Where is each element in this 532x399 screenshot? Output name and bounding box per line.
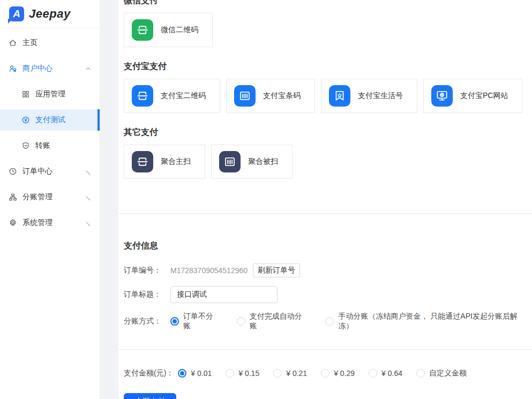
sidebar: A Jeepay 主页 商户中心 应用管理 支付测试 转账 订单中心 分账管理 …: [0, 0, 100, 399]
radio-label: ¥ 0.01: [191, 369, 212, 378]
amount-option-4[interactable]: ¥ 0.64: [369, 369, 402, 378]
home-icon: [9, 39, 17, 47]
merchant-center-icon: [9, 64, 17, 73]
radio-label: ¥ 0.15: [238, 369, 259, 378]
sitemap-icon: [9, 193, 17, 201]
section-divider: [118, 213, 532, 214]
qr-scan-icon: [132, 151, 153, 172]
pc-site-icon: [431, 85, 453, 107]
method-alipay-lifeno[interactable]: 支付宝生活号: [321, 79, 417, 113]
radio-icon: [416, 369, 425, 378]
method-label: 支付宝二维码: [161, 91, 206, 101]
barcode-icon: [219, 151, 241, 172]
chevron-up-icon: [85, 66, 91, 72]
order-number-value: M17283709054512960: [170, 266, 248, 275]
other-pay-section: 其它支付 聚合主扫 聚合被扫: [124, 126, 532, 179]
barcode-icon: [234, 85, 256, 107]
radio-icon: [273, 369, 282, 378]
order-title-row: 订单标题：: [124, 286, 532, 303]
amount-option-3[interactable]: ¥ 0.29: [321, 369, 355, 378]
method-wechat-qrcode[interactable]: 微信二维码: [124, 13, 213, 47]
bookmark-star-icon: [329, 85, 350, 107]
method-alipay-qrcode[interactable]: 支付宝二维码: [124, 79, 220, 113]
amount-option-0[interactable]: ¥ 0.01: [178, 369, 212, 378]
radio-label: ¥ 0.29: [334, 369, 355, 378]
sidebar-item-home[interactable]: 主页: [0, 32, 100, 54]
division-mode-options: 订单不分账 支付完成自动分账 手动分账（冻结商户资金， 只能通过API发起分账后…: [170, 312, 532, 331]
order-number-label: 订单编号：: [124, 266, 170, 275]
sidebar-item-label: 支付测试: [35, 115, 65, 125]
wechat-section-title: 微信支付: [124, 0, 532, 6]
radio-label: ¥ 0.21: [286, 369, 307, 378]
radio-label: 自定义金额: [429, 368, 467, 378]
sidebar-item-order-center[interactable]: 订单中心: [0, 161, 100, 182]
pay-now-button[interactable]: 立即支付: [124, 393, 176, 399]
method-alipay-barcode[interactable]: 支付宝条码: [226, 79, 315, 113]
shield-icon: [21, 141, 30, 150]
brand-logo[interactable]: A Jeepay: [0, 0, 100, 28]
division-mode-option-1[interactable]: 支付完成自动分账: [237, 312, 310, 331]
radio-icon: [369, 369, 377, 378]
order-title-label: 订单标题：: [124, 290, 170, 299]
order-title-input[interactable]: [170, 286, 278, 303]
sidebar-item-pay-test[interactable]: 支付测试: [0, 109, 100, 131]
radio-icon: [170, 317, 179, 326]
qr-scan-icon: [132, 85, 153, 107]
amount-options: ¥ 0.01 ¥ 0.15 ¥ 0.21 ¥ 0.29 ¥ 0.64 自定义金额: [178, 368, 467, 378]
amount-option-2[interactable]: ¥ 0.21: [273, 369, 307, 378]
radio-icon: [178, 369, 186, 378]
alipay-methods-row: 支付宝二维码 支付宝条码 支付宝生活号 支付宝PC网站: [124, 79, 532, 113]
section-divider: [118, 349, 532, 350]
amount-option-1[interactable]: ¥ 0.15: [226, 369, 259, 378]
method-alipay-pc[interactable]: 支付宝PC网站: [423, 79, 522, 113]
brand-name: Jeepay: [29, 7, 71, 21]
method-label: 支付宝生活号: [358, 91, 403, 101]
refresh-order-number-button[interactable]: 刷新订单号: [253, 264, 300, 277]
radio-icon: [237, 317, 245, 326]
radio-icon: [325, 317, 334, 326]
sidebar-item-app-management[interactable]: 应用管理: [0, 84, 100, 105]
division-mode-option-2[interactable]: 手动分账（冻结商户资金， 只能通过API发起分账后解冻）: [325, 312, 532, 331]
method-agg-active-scan[interactable]: 聚合主扫: [124, 145, 205, 179]
amount-option-5[interactable]: 自定义金额: [416, 368, 467, 378]
sidebar-item-label: 分账管理: [23, 192, 53, 202]
other-methods-row: 聚合主扫 聚合被扫: [124, 145, 532, 179]
method-label: 聚合被扫: [248, 157, 278, 167]
chevron-down-icon: [85, 220, 91, 226]
sidebar-item-merchant-center[interactable]: 商户中心: [0, 58, 100, 79]
method-label: 支付宝条码: [263, 91, 301, 101]
pay-test-icon: [21, 116, 30, 124]
radio-label: 订单不分账: [183, 312, 221, 331]
division-mode-label: 分账方式：: [124, 317, 170, 326]
sidebar-item-division-management[interactable]: 分账管理: [0, 186, 100, 208]
radio-icon: [321, 369, 329, 378]
division-mode-option-0[interactable]: 订单不分账: [170, 312, 221, 331]
sidebar-item-label: 系统管理: [23, 218, 53, 228]
gear-icon: [9, 219, 17, 227]
other-section-title: 其它支付: [124, 126, 532, 138]
sidebar-item-system-management[interactable]: 系统管理: [0, 212, 100, 234]
chevron-down-icon: [85, 194, 91, 200]
alipay-section-title: 支付宝支付: [124, 61, 532, 72]
sidebar-menu: 主页 商户中心 应用管理 支付测试 转账 订单中心 分账管理 系统管理: [0, 28, 100, 234]
sidebar-item-label: 应用管理: [35, 89, 65, 99]
radio-icon: [226, 369, 234, 378]
sidebar-item-transfer[interactable]: 转账: [0, 135, 100, 156]
radio-label: ¥ 0.64: [381, 369, 402, 378]
division-mode-row: 分账方式： 订单不分账 支付完成自动分账 手动分账（冻结商户资金， 只能通过AP…: [124, 312, 532, 331]
qr-scan-icon: [132, 19, 153, 41]
wechat-methods-row: 微信二维码: [124, 13, 532, 47]
amount-label: 支付金额(元)：: [124, 368, 174, 378]
method-label: 微信二维码: [161, 25, 198, 35]
method-agg-passive-scan[interactable]: 聚合被扫: [211, 145, 293, 179]
sidebar-item-label: 订单中心: [23, 167, 53, 176]
wechat-pay-section: 微信支付 微信二维码: [124, 0, 532, 47]
main-content: 微信支付 微信二维码 支付宝支付 支付宝二维码 支付宝条码 支付宝生活号 支付宝…: [118, 0, 532, 399]
logo-tail-shape: [8, 19, 13, 24]
sidebar-item-label: 商户中心: [23, 64, 53, 73]
method-label: 聚合主扫: [161, 157, 191, 167]
radio-label: 手动分账（冻结商户资金， 只能通过API发起分账后解冻）: [338, 312, 532, 331]
order-number-row: 订单编号： M17283709054512960 刷新订单号: [124, 264, 532, 277]
jeepay-logo-icon: A: [9, 6, 24, 21]
method-label: 支付宝PC网站: [460, 91, 508, 101]
